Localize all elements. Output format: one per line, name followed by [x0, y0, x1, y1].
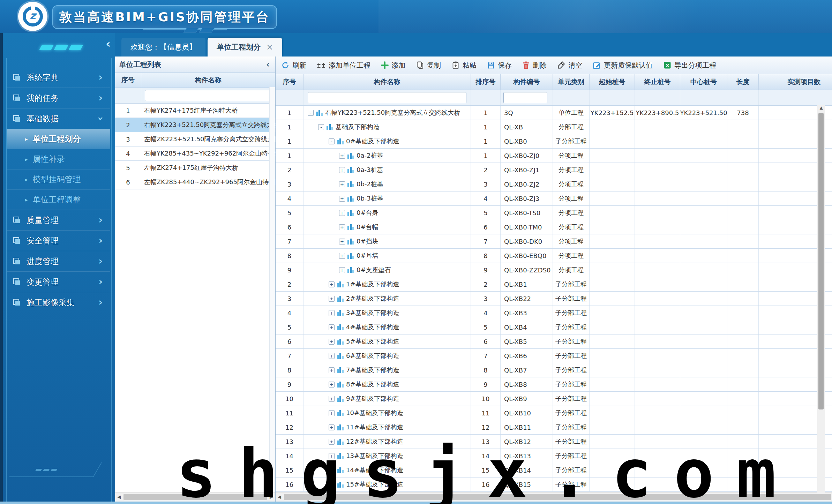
expand-icon[interactable]: +	[329, 424, 335, 430]
collapse-icon[interactable]: -	[308, 110, 314, 116]
expand-icon[interactable]: +	[339, 181, 345, 187]
expand-icon[interactable]: +	[329, 382, 335, 388]
left-name-filter-input[interactable]	[145, 90, 271, 101]
table-row[interactable]: 3左幅ZK223+521.50阿克塞分离式立交跨线大桥	[115, 132, 275, 146]
collapse-panel-icon[interactable]: ‹	[266, 60, 270, 69]
toolbar-button-6[interactable]: 删除	[522, 61, 547, 70]
expand-icon[interactable]: +	[339, 153, 345, 159]
sidebar-item-2[interactable]: 基础数据›	[7, 108, 110, 129]
name-filter-input[interactable]	[308, 92, 466, 103]
toolbar-button-4[interactable]: 粘贴	[451, 61, 477, 70]
expand-icon[interactable]: +	[329, 353, 335, 359]
expand-icon[interactable]: +	[329, 367, 335, 373]
table-row[interactable]: 8+0#耳墙8QL-XB0-EBQ0分项工程	[276, 249, 832, 263]
expand-icon[interactable]: +	[339, 196, 345, 202]
sidebar-item-4[interactable]: 安全管理›	[7, 230, 110, 251]
toolbar-button-9[interactable]: X导出分项工程	[663, 61, 716, 70]
code-filter-input[interactable]	[503, 92, 547, 103]
tab-0[interactable]: 欢迎您：【信息员】	[121, 38, 205, 57]
toolbar-button-5[interactable]: 保存	[487, 61, 512, 70]
sidebar-subitem-2-3[interactable]: ▸单位工程调整	[7, 189, 110, 210]
scroll-up-icon[interactable]: ▲	[817, 105, 825, 110]
left-horizontal-scrollbar[interactable]: ◀ ▶	[115, 492, 275, 502]
toolbar-button-2[interactable]: 添加	[381, 61, 405, 70]
table-row[interactable]: 1-基础及下部构造1QL-XB分部工程	[276, 120, 832, 134]
scrollbar-thumb[interactable]	[284, 494, 831, 500]
table-row[interactable]: 8+7#基础及下部构造8QL-XB7子分部工程	[276, 363, 832, 377]
main-vertical-scrollbar[interactable]: ▲	[817, 105, 825, 492]
table-row[interactable]: 3+0b-2桩基3QL-XB0-ZJ2分项工程	[276, 177, 832, 191]
expand-icon[interactable]: +	[329, 310, 335, 316]
toolbar-button-7[interactable]: 清空	[557, 61, 582, 70]
scrollbar-thumb[interactable]	[818, 113, 824, 409]
sidebar-subitem-2-1[interactable]: ▸属性补录	[7, 149, 110, 169]
expand-icon[interactable]: +	[339, 253, 345, 259]
expand-icon[interactable]: +	[329, 467, 335, 473]
left-vertical-scrollbar[interactable]	[269, 87, 275, 492]
table-row[interactable]: 4右幅YK285+435~YK292+962阿尔金山特长隧道	[115, 146, 275, 161]
table-row[interactable]: 7+0#挡块7QL-XB0-DK0分项工程	[276, 234, 832, 249]
collapse-icon[interactable]: -	[318, 124, 324, 130]
expand-icon[interactable]: +	[329, 296, 335, 302]
toolbar-button-3[interactable]: 复制	[416, 61, 441, 70]
table-row[interactable]: 12+11#基础及下部构造12QL-XB11子分部工程	[276, 420, 832, 435]
table-row[interactable]: 1-0#基础及下部构造1QL-XB0子分部工程	[276, 134, 832, 149]
table-row[interactable]: 7+6#基础及下部构造7QL-XB6子分部工程	[276, 349, 832, 363]
expand-icon[interactable]: +	[329, 339, 335, 345]
expand-icon[interactable]: +	[339, 239, 345, 245]
table-row[interactable]: 3+2#基础及下部构造3QL-XB22子分部工程	[276, 292, 832, 306]
expand-icon[interactable]: +	[329, 482, 335, 488]
main-horizontal-scrollbar[interactable]: ◀	[276, 492, 832, 502]
sidebar-item-3[interactable]: 质量管理›	[7, 210, 110, 230]
table-row[interactable]: 9+8#基础及下部构造9QL-XB8子分部工程	[276, 377, 832, 392]
expand-icon[interactable]: +	[329, 281, 335, 287]
table-row[interactable]: 2+1#基础及下部构造2QL-XB1子分部工程	[276, 277, 832, 292]
scroll-right-icon[interactable]: ▶	[270, 494, 273, 499]
table-row[interactable]: 5+4#基础及下部构造5QL-XB4子分部工程	[276, 320, 832, 334]
table-row[interactable]: 4+3#基础及下部构造4QL-XB3子分部工程	[276, 306, 832, 320]
table-row[interactable]: 6左幅ZK285+440~ZK292+965阿尔金山特长隧道	[115, 175, 275, 189]
table-row[interactable]: 2右幅YK223+521.50阿克塞分离式立交跨线大桥	[115, 118, 275, 132]
expand-icon[interactable]: +	[339, 210, 345, 216]
expand-icon[interactable]: +	[339, 224, 345, 230]
table-row[interactable]: 16+15#基础及下部构造16QL-XB15子分部工程	[276, 477, 832, 492]
toolbar-button-8[interactable]: 更新质保默认值	[593, 61, 653, 70]
expand-icon[interactable]: +	[339, 267, 345, 273]
toolbar-button-0[interactable]: 刷新	[281, 61, 306, 70]
table-row[interactable]: 9+0#支座垫石9QL-XB0-ZZDS0分项工程	[276, 263, 832, 277]
table-row[interactable]: 5左幅ZK274+175红崖子沟特大桥	[115, 161, 275, 175]
sidebar-item-0[interactable]: 系统字典›	[7, 67, 110, 88]
sidebar-subitem-2-2[interactable]: ▸模型挂码管理	[7, 169, 110, 189]
table-row[interactable]: 5+0#台身5QL-XB0-TS0分项工程	[276, 206, 832, 220]
expand-icon[interactable]: +	[329, 396, 335, 402]
tab-1[interactable]: 单位工程划分×	[208, 38, 282, 57]
expand-icon[interactable]: +	[339, 167, 345, 173]
toolbar-button-1[interactable]: 添加单位工程	[317, 61, 370, 70]
table-row[interactable]: 2+0a-3桩基2QL-XB0-ZJ1分项工程	[276, 163, 832, 177]
expand-icon[interactable]: +	[329, 453, 335, 459]
table-row[interactable]: 6+0#台帽6QL-XB0-TM0分项工程	[276, 220, 832, 234]
sidebar-item-5[interactable]: 进度管理›	[7, 251, 110, 271]
scroll-left-icon[interactable]: ◀	[117, 494, 121, 499]
expand-icon[interactable]: +	[329, 439, 335, 445]
table-row[interactable]: 15+14#基础及下部构造15QL-XB14子分部工程	[276, 463, 832, 477]
collapse-icon[interactable]: -	[329, 138, 335, 144]
table-row[interactable]: 13+12#基础及下部构造13QL-XB12子分部工程	[276, 435, 832, 449]
close-icon[interactable]: ×	[266, 44, 273, 51]
table-row[interactable]: 1-右幅YK223+521.50阿克塞分离式立交跨线大桥13Q单位工程YK223…	[276, 106, 832, 120]
table-row[interactable]: 10+9#基础及下部构造10QL-XB9子分部工程	[276, 392, 832, 406]
sidebar-item-1[interactable]: 我的任务›	[7, 88, 110, 108]
table-row[interactable]: 1右幅YK274+175红崖子沟特大桥	[115, 104, 275, 118]
table-row[interactable]: 11+10#基础及下部构造11QL-XB10子分部工程	[276, 406, 832, 420]
scrollbar-thumb[interactable]	[123, 494, 267, 500]
sidebar-subitem-2-0[interactable]: ▸单位工程划分	[7, 129, 110, 149]
sidebar-item-6[interactable]: 变更管理›	[7, 271, 110, 292]
sidebar-item-7[interactable]: 施工影像采集›	[7, 292, 110, 313]
tabs-back-icon[interactable]: ‹	[106, 37, 111, 51]
table-row[interactable]: 6+5#基础及下部构造6QL-XB5子分部工程	[276, 334, 832, 349]
expand-icon[interactable]: +	[329, 410, 335, 416]
table-row[interactable]: 14+13#基础及下部构造14QL-XB13子分部工程	[276, 449, 832, 463]
table-row[interactable]: 1+0a-2桩基1QL-XB0-ZJ0分项工程	[276, 149, 832, 163]
expand-icon[interactable]: +	[329, 324, 335, 330]
table-row[interactable]: 4+0b-3桩基4QL-XB0-ZJ3分项工程	[276, 191, 832, 206]
